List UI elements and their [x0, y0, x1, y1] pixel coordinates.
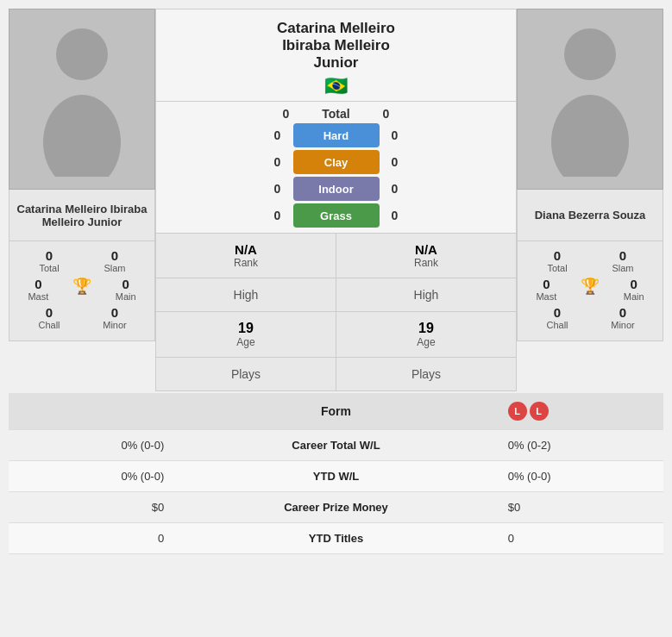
left-player-section: Catarina Melleiro Ibiraba Melleiro Junio…: [9, 9, 155, 391]
left-ytd-wl: 0% (0-0): [9, 461, 177, 492]
right-total: 0 Total: [524, 248, 590, 273]
left-player-silhouette: [30, 22, 134, 177]
left-chall: 0 Chall: [16, 305, 82, 330]
left-rank-label: Rank: [165, 257, 327, 269]
surface-row-total: 0 Total 0: [163, 107, 509, 121]
right-player-section: Diana Bezerra Souza 0 Total 0 Slam 0: [517, 9, 663, 391]
right-prize: $0: [495, 492, 663, 523]
right-rank-label: Rank: [345, 257, 507, 269]
right-rank-val: N/A: [345, 242, 507, 257]
left-player-photo: [9, 9, 155, 190]
career-wl-row: 0% (0-0) Career Total W/L 0% (0-2): [9, 430, 663, 461]
svg-point-3: [551, 95, 629, 177]
form-badge-l: L: [530, 402, 549, 421]
left-age-val: 19: [165, 321, 327, 336]
right-high: High: [414, 288, 439, 302]
right-main: 0 Main: [612, 277, 656, 302]
titles-label: YTD Titles: [177, 523, 494, 554]
left-high: High: [234, 288, 259, 302]
right-player-silhouette: [538, 22, 642, 177]
right-titles: 0: [495, 523, 663, 554]
surface-rows: 0 Total 0 0 Hard 0 0 Clay 0: [156, 102, 516, 233]
right-ytd-wl: 0% (0-0): [495, 461, 663, 492]
comparison-layout: Catarina Melleiro Ibiraba Melleiro Junio…: [9, 9, 663, 391]
right-player-name: Diana Bezerra Souza: [517, 190, 663, 241]
trophy-icon-right: 🏆: [581, 277, 600, 296]
prize-row: $0 Career Prize Money $0: [9, 492, 663, 523]
left-prize: $0: [9, 492, 177, 523]
ytd-wl-row: 0% (0-0) YTD W/L 0% (0-0): [9, 461, 663, 492]
left-minor: 0 Minor: [82, 305, 148, 330]
middle-column: Catarina MelleiroIbiraba MelleiroJunior …: [155, 9, 517, 391]
career-wl-label: Career Total W/L: [177, 430, 494, 461]
svg-point-2: [564, 28, 616, 80]
right-form-cell: LL: [495, 393, 663, 430]
left-rank-val: N/A: [165, 242, 327, 257]
right-chall: 0 Chall: [524, 305, 590, 330]
left-age-label: Age: [165, 336, 327, 348]
right-plays: Plays: [411, 367, 441, 381]
right-minor: 0 Minor: [590, 305, 656, 330]
right-player-photo: [517, 9, 663, 190]
surface-row-grass: 0 Grass 0: [163, 203, 509, 228]
right-age-val: 19: [345, 321, 507, 336]
svg-point-1: [43, 95, 121, 177]
left-plays: Plays: [231, 367, 261, 381]
left-player-name: Catarina Melleiro Ibiraba Melleiro Junio…: [9, 190, 155, 241]
right-trophy: 🏆: [568, 277, 612, 302]
left-titles: 0: [9, 523, 177, 554]
svg-point-0: [56, 28, 108, 80]
surface-row-hard: 0 Hard 0: [163, 123, 509, 147]
center-player-name: Catarina MelleiroIbiraba MelleiroJunior: [165, 20, 507, 72]
plays-row: Plays Plays: [155, 358, 517, 391]
surface-row-indoor: 0 Indoor 0: [163, 177, 509, 201]
left-player-flag: 🇧🇷: [165, 75, 507, 97]
form-row: Form LL: [9, 393, 663, 430]
left-slam: 0 Slam: [82, 248, 148, 273]
rank-row: N/A Rank N/A Rank: [155, 234, 517, 278]
bottom-stats-table: Form LL 0% (0-0) Career Total W/L 0% (0-…: [9, 393, 663, 554]
main-container: Catarina Melleiro Ibiraba Melleiro Junio…: [0, 0, 672, 563]
form-badge-l: L: [508, 402, 527, 421]
right-age-label: Age: [345, 336, 507, 348]
left-form-cell: [9, 393, 177, 430]
right-slam: 0 Slam: [590, 248, 656, 273]
left-player-stats: 0 Total 0 Slam 0 Mast 🏆: [9, 241, 155, 341]
left-mast: 0 Mast: [16, 277, 60, 302]
high-row: High High: [155, 278, 517, 312]
age-row: 19 Age 19 Age: [155, 312, 517, 358]
ytd-wl-label: YTD W/L: [177, 461, 494, 492]
prize-label: Career Prize Money: [177, 492, 494, 523]
right-player-stats: 0 Total 0 Slam 0 Mast 🏆: [517, 241, 663, 341]
titles-row: 0 YTD Titles 0: [9, 523, 663, 554]
trophy-icon-left: 🏆: [72, 277, 91, 296]
left-total: 0 Total: [16, 248, 82, 273]
left-career-wl: 0% (0-0): [9, 430, 177, 461]
left-main: 0 Main: [104, 277, 148, 302]
right-mast: 0 Mast: [524, 277, 568, 302]
surface-row-clay: 0 Clay 0: [163, 150, 509, 174]
form-label: Form: [177, 393, 494, 430]
right-career-wl: 0% (0-2): [495, 430, 663, 461]
left-trophy: 🏆: [60, 277, 104, 302]
